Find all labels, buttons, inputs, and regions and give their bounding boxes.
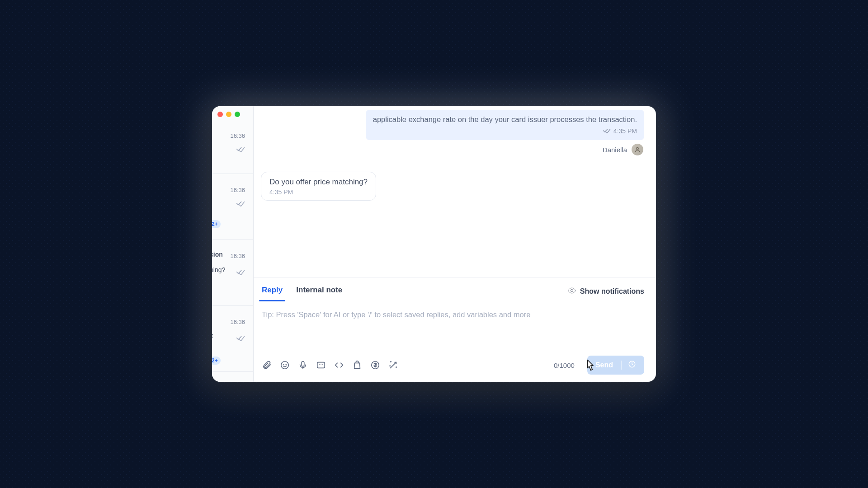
unread-badge: 2+ bbox=[212, 357, 221, 365]
send-button[interactable]: Send bbox=[587, 356, 644, 375]
window-controls bbox=[217, 112, 240, 117]
product-icon[interactable] bbox=[351, 359, 363, 371]
send-button-label: Send bbox=[595, 361, 613, 369]
agent-message-bubble: applicable exchange rate on the day your… bbox=[366, 110, 644, 140]
attachment-icon[interactable] bbox=[261, 359, 273, 371]
svg-point-2 bbox=[281, 361, 289, 369]
conversation-title-fragment: cion bbox=[212, 251, 223, 258]
reply-input[interactable]: Tip: Press 'Space' for AI or type '/' to… bbox=[261, 302, 644, 352]
agent-name: Daniella bbox=[603, 146, 627, 154]
avatar bbox=[632, 144, 643, 155]
close-window-button[interactable] bbox=[217, 112, 223, 117]
payment-icon[interactable] bbox=[369, 359, 381, 371]
conversation-list-item[interactable]: 16:36 it 2+ bbox=[212, 306, 253, 372]
maximize-window-button[interactable] bbox=[235, 112, 240, 117]
schedule-icon bbox=[628, 360, 636, 370]
conversation-time: 16:36 bbox=[230, 132, 245, 139]
conversation-list-item[interactable]: 16:36 2+ bbox=[212, 174, 253, 240]
tab-internal-note[interactable]: Internal note bbox=[295, 282, 343, 301]
app-window: 16:36 16:36 2+ cion 16:36 ping? bbox=[212, 106, 656, 382]
code-icon[interactable] bbox=[333, 359, 345, 371]
conversation-main: applicable exchange rate on the day your… bbox=[254, 106, 656, 382]
tab-reply[interactable]: Reply bbox=[261, 282, 283, 301]
conversation-list-item[interactable]: 16:36 bbox=[212, 120, 253, 174]
svg-point-1 bbox=[571, 290, 573, 292]
minimize-window-button[interactable] bbox=[226, 112, 231, 117]
svg-point-3 bbox=[283, 364, 284, 365]
customer-message-bubble: Do you offer price matching? 4:35 PM bbox=[261, 172, 376, 201]
conversation-list-sliver: 16:36 16:36 2+ cion 16:36 ping? bbox=[212, 106, 254, 382]
double-check-icon bbox=[236, 146, 245, 152]
conversation-list-item[interactable]: cion 16:36 ping? bbox=[212, 240, 253, 306]
unread-badge: 2+ bbox=[212, 220, 221, 228]
svg-rect-5 bbox=[302, 361, 304, 366]
show-notifications-label: Show notifications bbox=[580, 287, 644, 296]
conversation-time: 16:36 bbox=[230, 253, 245, 259]
microphone-icon[interactable] bbox=[297, 359, 309, 371]
conversation-time: 16:36 bbox=[230, 319, 245, 325]
eye-icon bbox=[567, 286, 576, 297]
emoji-icon[interactable] bbox=[279, 359, 291, 371]
conversation-preview-fragment: it bbox=[212, 332, 213, 339]
show-notifications-toggle[interactable]: Show notifications bbox=[567, 286, 644, 297]
agent-message-text: applicable exchange rate on the day your… bbox=[373, 114, 637, 124]
ai-wand-icon[interactable] bbox=[387, 359, 399, 371]
saved-reply-icon[interactable] bbox=[315, 359, 327, 371]
customer-message-text: Do you offer price matching? bbox=[269, 178, 368, 187]
conversation-preview-fragment: ping? bbox=[212, 266, 225, 273]
conversation-time: 16:36 bbox=[230, 187, 245, 193]
svg-point-4 bbox=[286, 364, 286, 365]
composer: Reply Internal note Show notifications T… bbox=[254, 277, 656, 382]
double-check-icon bbox=[236, 335, 245, 341]
agent-attribution: Daniella bbox=[259, 144, 643, 155]
agent-message-time: 4:35 PM bbox=[613, 127, 637, 136]
message-thread[interactable]: applicable exchange rate on the day your… bbox=[254, 106, 656, 277]
double-check-icon bbox=[603, 127, 611, 136]
svg-point-0 bbox=[637, 147, 639, 150]
char-counter: 0/1000 bbox=[554, 361, 575, 369]
double-check-icon bbox=[236, 200, 245, 206]
svg-rect-6 bbox=[317, 362, 325, 368]
customer-message-time: 4:35 PM bbox=[269, 188, 368, 196]
double-check-icon bbox=[236, 269, 245, 275]
